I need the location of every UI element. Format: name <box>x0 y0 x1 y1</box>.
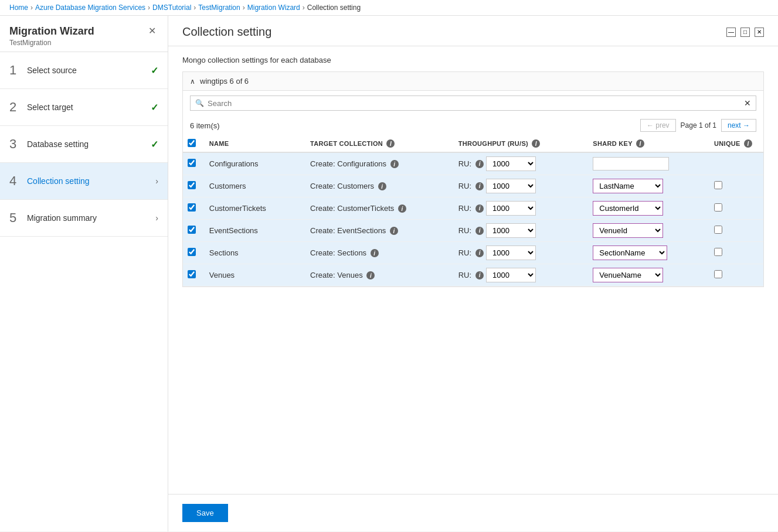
breadcrumb-tutorial[interactable]: DMSTutorial <box>152 4 191 12</box>
database-section: ∧ wingtips 6 of 6 🔍 ✕ 6 item(s) ← prev P… <box>182 71 764 287</box>
ru-label: RU: <box>458 271 471 279</box>
close-window-button[interactable]: ✕ <box>755 28 764 37</box>
sidebar-header: Migration Wizard TestMigration ✕ <box>0 16 168 52</box>
row-target-info-icon[interactable]: i <box>371 249 379 257</box>
unique-checkbox[interactable] <box>714 181 722 189</box>
window-controls: — □ ✕ <box>726 28 764 37</box>
row-unique <box>709 264 763 287</box>
row-target-info-icon[interactable]: i <box>390 160 399 168</box>
row-target-info-icon[interactable]: i <box>390 227 398 235</box>
shardkey-select[interactable]: SectionName <box>593 245 667 260</box>
row-target-info-icon[interactable]: i <box>398 204 406 213</box>
ru-select[interactable]: 10002000500010000 <box>486 245 536 260</box>
breadcrumb-wizard[interactable]: Migration Wizard <box>247 4 300 12</box>
row-checkbox[interactable] <box>188 159 196 167</box>
row-checkbox[interactable] <box>188 181 196 189</box>
table-row: EventSectionsCreate: EventSections iRU:i… <box>183 220 763 242</box>
step-check-1: ✓ <box>151 65 158 76</box>
search-bar: 🔍 ✕ <box>190 96 756 111</box>
shardkey-select[interactable]: VenueName <box>593 268 663 282</box>
database-header: ∧ wingtips 6 of 6 <box>183 72 763 91</box>
row-target-info-icon[interactable]: i <box>378 182 386 190</box>
clear-search-button[interactable]: ✕ <box>744 98 751 108</box>
breadcrumb-home[interactable]: Home <box>9 4 28 12</box>
step-label-2: Select target <box>27 103 151 112</box>
content-body: Mongo collection settings for each datab… <box>168 46 778 494</box>
prev-button[interactable]: ← prev <box>640 119 676 132</box>
step-number-5: 5 <box>9 210 27 226</box>
nav-step-2[interactable]: 2 Select target ✓ <box>0 89 168 126</box>
unique-checkbox[interactable] <box>714 248 722 256</box>
ru-select[interactable]: 10002000500010000 <box>486 223 536 238</box>
row-target: Create: Configurations i <box>305 152 454 175</box>
row-name: Customers <box>205 175 305 197</box>
th-throughput: THROUGHPUT (RU/S) i <box>454 135 589 152</box>
step-number-4: 4 <box>9 173 27 189</box>
row-checkbox-cell <box>183 175 205 197</box>
table-header-row: NAME TARGET COLLECTION i THROUGHPUT (RU/… <box>183 135 763 152</box>
ru-info-icon[interactable]: i <box>475 160 484 168</box>
search-icon: 🔍 <box>195 99 204 107</box>
row-checkbox[interactable] <box>188 226 196 234</box>
row-name: Sections <box>205 242 305 264</box>
th-checkbox <box>183 135 205 152</box>
content-header: Collection setting — □ ✕ <box>168 16 778 46</box>
row-checkbox[interactable] <box>188 203 196 212</box>
row-target-info-icon[interactable]: i <box>366 271 375 279</box>
row-checkbox[interactable] <box>188 248 196 256</box>
step-number-1: 1 <box>9 63 27 78</box>
row-checkbox-cell <box>183 152 205 175</box>
nav-step-4[interactable]: 4 Collection setting › <box>0 163 168 200</box>
save-button[interactable]: Save <box>182 504 228 522</box>
table-row: CustomerTicketsCreate: CustomerTickets i… <box>183 197 763 220</box>
table-row: VenuesCreate: Venues iRU:i10002000500010… <box>183 264 763 287</box>
row-checkbox-cell <box>183 242 205 264</box>
unique-checkbox[interactable] <box>714 226 722 234</box>
search-input[interactable] <box>208 99 740 108</box>
ru-info-icon[interactable]: i <box>475 249 484 257</box>
shardkey-select[interactable]: LastName <box>593 179 663 193</box>
ru-info-icon[interactable]: i <box>475 227 484 235</box>
ru-info-icon[interactable]: i <box>475 182 484 190</box>
shardkey-input[interactable] <box>593 157 669 170</box>
close-button[interactable]: ✕ <box>146 25 158 36</box>
shardkey-select[interactable]: CustomerId <box>593 201 663 216</box>
ru-select[interactable]: 10002000500010000 <box>486 201 536 216</box>
row-throughput: RU:i10002000500010000 <box>454 152 589 175</box>
row-shardkey: VenueId <box>588 220 709 242</box>
ru-label: RU: <box>458 182 471 190</box>
select-all-checkbox[interactable] <box>188 139 196 147</box>
minimize-button[interactable]: — <box>726 28 736 37</box>
ru-info-icon[interactable]: i <box>475 271 484 279</box>
nav-step-5[interactable]: 5 Migration summary › <box>0 200 168 237</box>
unique-info-icon[interactable]: i <box>744 139 752 148</box>
breadcrumb-dms[interactable]: Azure Database Migration Services <box>35 4 145 12</box>
nav-step-1[interactable]: 1 Select source ✓ <box>0 52 168 89</box>
row-checkbox[interactable] <box>188 270 196 278</box>
maximize-button[interactable]: □ <box>740 28 750 37</box>
ru-select[interactable]: 10002000500010000 <box>486 179 536 193</box>
items-bar: 6 item(s) ← prev Page 1 of 1 next → <box>183 115 763 135</box>
row-checkbox-cell <box>183 264 205 287</box>
breadcrumb-migration[interactable]: TestMigration <box>198 4 240 12</box>
row-name: Venues <box>205 264 305 287</box>
row-target: Create: Venues i <box>305 264 454 287</box>
row-target: Create: Sections i <box>305 242 454 264</box>
collection-table: NAME TARGET COLLECTION i THROUGHPUT (RU/… <box>183 135 763 287</box>
row-shardkey: VenueName <box>588 264 709 287</box>
nav-step-3[interactable]: 3 Database setting ✓ <box>0 126 168 163</box>
collapse-button[interactable]: ∧ <box>190 77 195 86</box>
target-info-icon[interactable]: i <box>386 139 395 148</box>
shardkey-select[interactable]: VenueId <box>593 223 663 238</box>
shardkey-info-icon[interactable]: i <box>636 139 644 148</box>
ru-info-icon[interactable]: i <box>475 204 484 213</box>
next-button[interactable]: next → <box>721 119 756 132</box>
row-target: Create: Customers i <box>305 175 454 197</box>
unique-checkbox[interactable] <box>714 270 722 278</box>
unique-checkbox[interactable] <box>714 203 722 212</box>
ru-select[interactable]: 10002000500010000 <box>486 156 536 171</box>
step-label-5: Migration summary <box>27 213 155 223</box>
throughput-info-icon[interactable]: i <box>532 139 540 148</box>
row-throughput: RU:i10002000500010000 <box>454 264 589 287</box>
ru-select[interactable]: 10002000500010000 <box>486 268 536 282</box>
